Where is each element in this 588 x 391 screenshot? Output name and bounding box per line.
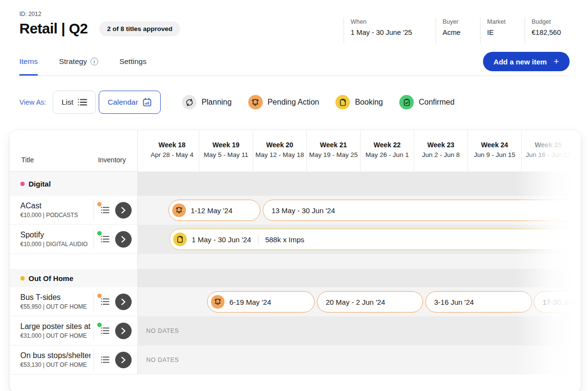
meta-market: Market IE xyxy=(480,17,525,43)
info-icon[interactable]: i xyxy=(90,58,98,65)
bell-icon xyxy=(172,203,186,217)
bar-divider xyxy=(258,234,258,245)
group-dot xyxy=(20,182,25,186)
plan-id: ID: 2012 xyxy=(19,11,180,17)
item-details-icon[interactable] xyxy=(100,326,110,336)
week-header: Week 18 Apr 28 - May 4 Week 19 May 5 - M… xyxy=(138,130,581,172)
item-row-on-bus-stops: On bus stops/shelters €53,130 | OUT OF H… xyxy=(10,345,581,375)
plan-meta: When 1 May - 30 June '25 Buyer Acme Mark… xyxy=(344,17,570,43)
week-column: Week 25 Jun 16 - Jun 22 xyxy=(521,130,575,172)
left-column-header: Title Inventory xyxy=(10,130,138,172)
item-row-large-poster-sites: Large poster sites at t... €31,000 | OUT… xyxy=(10,316,581,345)
item-open-button[interactable] xyxy=(115,323,132,339)
status-legend: Planning Pending Action Booking xyxy=(182,95,454,109)
item-row-bus-t-sides: Bus T-sides €55,950 | OUT OF HOME xyxy=(10,287,581,316)
no-dates-label: NO DATES xyxy=(146,328,179,334)
item-subtitle: €53,130 | OUT OF HOME xyxy=(20,361,90,368)
week-column: Week 18 Apr 28 - May 4 xyxy=(145,130,199,172)
chevron-right-icon xyxy=(121,298,126,305)
meta-when: When 1 May - 30 June '25 xyxy=(344,17,436,43)
week-column: Week 22 May 26 - Jun 1 xyxy=(360,130,414,172)
tab-strategy[interactable]: Strategy i xyxy=(59,52,98,76)
timeline-bar[interactable]: 3-16 Jun '24 xyxy=(425,291,532,313)
view-controls: View As: List Calendar xyxy=(0,91,588,114)
view-as-label: View As: xyxy=(19,98,46,106)
item-title: Spotify xyxy=(20,231,90,239)
item-title: On bus stops/shelters xyxy=(20,351,90,360)
timeline-bar[interactable]: 17-30 Jun '24 xyxy=(534,291,581,313)
item-open-button[interactable] xyxy=(115,231,132,248)
group-row-out-of-home: Out Of Home xyxy=(10,269,581,287)
tab-items[interactable]: Items xyxy=(19,52,38,76)
week-column: Week 21 May 19 - May 25 xyxy=(306,130,360,172)
cycle-icon xyxy=(182,95,196,109)
plus-icon: + xyxy=(554,56,559,67)
meta-buyer: Buyer Acme xyxy=(436,17,480,43)
top-header: ID: 2012 Retail | Q2 2 of 8 titles appro… xyxy=(0,0,588,43)
item-row-acast: ACast €10,000 | PODCASTS xyxy=(10,196,581,225)
calendar-header-row: Title Inventory Week 18 Apr 28 - May 4 W… xyxy=(10,130,581,172)
legend-booking: Booking xyxy=(335,95,383,109)
timeline-bar[interactable]: 13 May - 30 Jun '24 xyxy=(263,200,578,221)
chevron-right-icon xyxy=(121,328,126,334)
status-dot xyxy=(97,231,102,235)
item-subtitle: €55,950 | OUT OF HOME xyxy=(20,303,90,310)
group-dot xyxy=(20,276,25,281)
spacer-row xyxy=(10,254,581,269)
item-subtitle: €10,000 | PODCASTS xyxy=(20,212,90,219)
item-details-icon[interactable] xyxy=(100,234,110,245)
bell-icon xyxy=(248,95,263,109)
title-block: ID: 2012 Retail | Q2 2 of 8 titles appro… xyxy=(19,10,180,43)
titles-approved-badge: 2 of 8 titles approved xyxy=(99,21,180,36)
calendar-view-button[interactable]: Calendar xyxy=(99,91,161,114)
list-icon xyxy=(77,98,87,106)
clipboard-icon xyxy=(173,233,187,246)
week-column: Week 23 Jun 2 - Jun 8 xyxy=(414,130,467,172)
status-dot xyxy=(97,323,102,327)
title-column-header: Title xyxy=(21,156,34,164)
inventory-column-header: Inventory xyxy=(98,156,126,164)
bar-impressions: 588k x Imps xyxy=(265,235,304,244)
timeline-bar[interactable]: 1-12 May '24 xyxy=(168,200,260,221)
chevron-right-icon xyxy=(121,357,126,363)
tab-settings[interactable]: Settings xyxy=(120,52,147,76)
item-subtitle: €31,000 | OUT OF HOME xyxy=(20,332,90,339)
timeline-bar[interactable]: 1 May - 30 Jun '24 588k x Imps xyxy=(169,229,580,250)
legend-confirmed: Confirmed xyxy=(399,95,454,109)
item-title: Large poster sites at t... xyxy=(20,322,90,331)
calendar-icon xyxy=(142,97,152,107)
item-row-spotify: Spotify €10,000 | DIGITAL AUDIO xyxy=(10,225,581,254)
week-column: Week 20 May 12 - May 18 xyxy=(253,130,306,172)
clipboard-icon xyxy=(335,95,350,109)
list-view-button[interactable]: List xyxy=(53,91,96,114)
group-row-digital: Digital xyxy=(10,172,581,196)
item-details-icon[interactable] xyxy=(100,355,110,365)
tab-bar-divider xyxy=(19,76,570,76)
calendar-card: Title Inventory Week 18 Apr 28 - May 4 W… xyxy=(10,130,581,391)
week-column: Week 24 Jun 9 - Jun 15 xyxy=(467,130,521,172)
item-details-icon[interactable] xyxy=(100,205,110,216)
page-title: Retail | Q2 xyxy=(19,20,88,37)
clipboard-check-icon xyxy=(399,95,414,109)
chevron-right-icon xyxy=(121,207,126,214)
add-new-item-button[interactable]: Add a new item + xyxy=(483,52,570,71)
no-dates-label: NO DATES xyxy=(146,357,179,363)
status-dot xyxy=(97,294,102,298)
item-details-icon[interactable] xyxy=(100,297,110,307)
legend-pending-action: Pending Action xyxy=(248,95,319,109)
item-open-button[interactable] xyxy=(115,294,132,310)
item-open-button[interactable] xyxy=(115,352,132,368)
legend-planning: Planning xyxy=(182,95,231,109)
bell-icon xyxy=(211,295,225,309)
item-title: Bus T-sides xyxy=(20,293,90,302)
tab-bar: Items Strategy i Settings Add a new item… xyxy=(0,43,588,76)
status-dot xyxy=(97,202,102,206)
item-title: ACast xyxy=(20,202,90,210)
timeline-bar[interactable]: 20 May - 2 Jun '24 xyxy=(317,291,423,313)
chevron-right-icon xyxy=(121,236,126,243)
meta-budget: Budget €182,560 xyxy=(525,17,570,43)
week-column: Week 19 May 5 - May 11 xyxy=(199,130,253,172)
timeline-bar[interactable]: 6-19 May '24 xyxy=(207,291,315,313)
item-open-button[interactable] xyxy=(115,202,132,219)
item-subtitle: €10,000 | DIGITAL AUDIO xyxy=(20,241,90,248)
